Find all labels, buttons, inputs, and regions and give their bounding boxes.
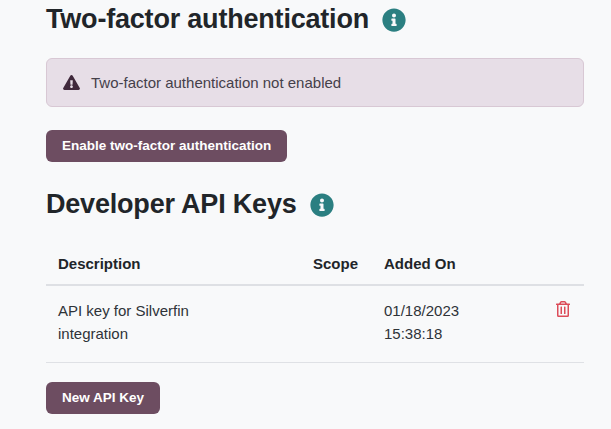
two-factor-alert-message: Two-factor authentication not enabled	[91, 74, 341, 91]
api-keys-table: Description Scope Added On API key for S…	[46, 243, 584, 363]
api-key-added-on: 01/18/2023 15:38:18	[384, 299, 472, 346]
api-keys-heading-text: Developer API Keys	[46, 189, 297, 220]
column-header-description: Description	[46, 243, 301, 285]
api-keys-heading: Developer API Keys	[46, 189, 584, 220]
api-key-added-on-cell: 01/18/2023 15:38:18	[372, 285, 540, 362]
column-header-actions	[540, 243, 584, 285]
table-row: API key for Silverfin integration 01/18/…	[46, 285, 584, 362]
two-factor-heading: Two-factor authentication	[46, 4, 584, 35]
warning-triangle-icon	[63, 75, 80, 90]
new-api-key-button[interactable]: New API Key	[46, 382, 160, 414]
column-header-scope: Scope	[301, 243, 372, 285]
api-key-scope-cell	[301, 285, 372, 362]
column-header-added-on: Added On	[372, 243, 540, 285]
trash-icon	[556, 301, 570, 317]
api-key-description: API key for Silverfin integration	[58, 299, 228, 346]
two-factor-heading-text: Two-factor authentication	[46, 4, 369, 35]
table-header-row: Description Scope Added On	[46, 243, 584, 285]
api-key-actions-cell	[540, 285, 584, 362]
enable-two-factor-button[interactable]: Enable two-factor authentication	[46, 130, 287, 162]
info-circle-icon[interactable]	[382, 8, 406, 32]
settings-page: Two-factor authentication Two-factor aut…	[0, 0, 611, 429]
delete-api-key-button[interactable]	[554, 299, 572, 319]
api-key-description-cell: API key for Silverfin integration	[46, 285, 301, 362]
info-circle-icon[interactable]	[310, 193, 334, 217]
two-factor-alert: Two-factor authentication not enabled	[46, 58, 584, 107]
